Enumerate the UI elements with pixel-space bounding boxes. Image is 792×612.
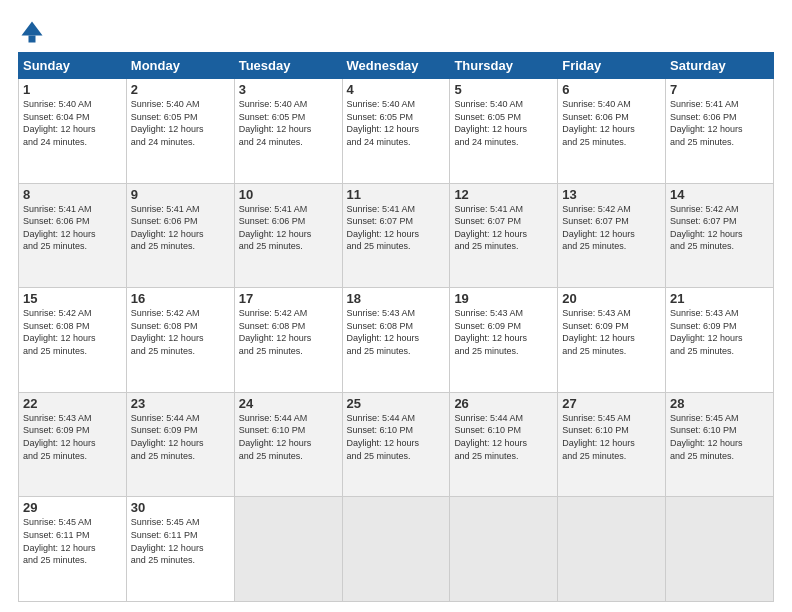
day-info: Sunrise: 5:44 AMSunset: 6:09 PMDaylight:…	[131, 412, 230, 462]
calendar-cell	[666, 497, 774, 602]
day-number: 2	[131, 82, 230, 97]
day-number: 1	[23, 82, 122, 97]
day-number: 22	[23, 396, 122, 411]
calendar-cell: 19Sunrise: 5:43 AMSunset: 6:09 PMDayligh…	[450, 288, 558, 393]
day-number: 13	[562, 187, 661, 202]
day-info: Sunrise: 5:42 AMSunset: 6:08 PMDaylight:…	[239, 307, 338, 357]
day-number: 15	[23, 291, 122, 306]
day-number: 5	[454, 82, 553, 97]
calendar-cell: 11Sunrise: 5:41 AMSunset: 6:07 PMDayligh…	[342, 183, 450, 288]
day-number: 25	[347, 396, 446, 411]
calendar-cell: 12Sunrise: 5:41 AMSunset: 6:07 PMDayligh…	[450, 183, 558, 288]
logo-icon	[18, 18, 46, 46]
calendar-cell: 4Sunrise: 5:40 AMSunset: 6:05 PMDaylight…	[342, 79, 450, 184]
day-of-week-header: Monday	[126, 53, 234, 79]
day-info: Sunrise: 5:45 AMSunset: 6:10 PMDaylight:…	[562, 412, 661, 462]
logo	[18, 18, 50, 46]
calendar-week-row: 8Sunrise: 5:41 AMSunset: 6:06 PMDaylight…	[19, 183, 774, 288]
day-info: Sunrise: 5:40 AMSunset: 6:06 PMDaylight:…	[562, 98, 661, 148]
calendar-cell	[234, 497, 342, 602]
calendar-week-row: 1Sunrise: 5:40 AMSunset: 6:04 PMDaylight…	[19, 79, 774, 184]
day-number: 30	[131, 500, 230, 515]
day-number: 20	[562, 291, 661, 306]
svg-rect-1	[29, 36, 36, 43]
day-info: Sunrise: 5:41 AMSunset: 6:06 PMDaylight:…	[239, 203, 338, 253]
day-number: 18	[347, 291, 446, 306]
calendar-cell: 13Sunrise: 5:42 AMSunset: 6:07 PMDayligh…	[558, 183, 666, 288]
day-number: 8	[23, 187, 122, 202]
calendar-week-row: 15Sunrise: 5:42 AMSunset: 6:08 PMDayligh…	[19, 288, 774, 393]
day-info: Sunrise: 5:41 AMSunset: 6:06 PMDaylight:…	[670, 98, 769, 148]
day-info: Sunrise: 5:41 AMSunset: 6:07 PMDaylight:…	[347, 203, 446, 253]
day-number: 14	[670, 187, 769, 202]
calendar-cell: 18Sunrise: 5:43 AMSunset: 6:08 PMDayligh…	[342, 288, 450, 393]
calendar-cell: 29Sunrise: 5:45 AMSunset: 6:11 PMDayligh…	[19, 497, 127, 602]
calendar-cell: 9Sunrise: 5:41 AMSunset: 6:06 PMDaylight…	[126, 183, 234, 288]
day-info: Sunrise: 5:43 AMSunset: 6:08 PMDaylight:…	[347, 307, 446, 357]
day-number: 19	[454, 291, 553, 306]
day-number: 27	[562, 396, 661, 411]
day-number: 11	[347, 187, 446, 202]
day-of-week-header: Wednesday	[342, 53, 450, 79]
day-info: Sunrise: 5:44 AMSunset: 6:10 PMDaylight:…	[239, 412, 338, 462]
day-info: Sunrise: 5:43 AMSunset: 6:09 PMDaylight:…	[23, 412, 122, 462]
day-number: 17	[239, 291, 338, 306]
day-info: Sunrise: 5:43 AMSunset: 6:09 PMDaylight:…	[454, 307, 553, 357]
day-info: Sunrise: 5:40 AMSunset: 6:05 PMDaylight:…	[239, 98, 338, 148]
calendar: SundayMondayTuesdayWednesdayThursdayFrid…	[18, 52, 774, 602]
calendar-cell: 28Sunrise: 5:45 AMSunset: 6:10 PMDayligh…	[666, 392, 774, 497]
calendar-cell	[558, 497, 666, 602]
day-info: Sunrise: 5:40 AMSunset: 6:05 PMDaylight:…	[131, 98, 230, 148]
svg-marker-0	[22, 22, 43, 36]
day-info: Sunrise: 5:40 AMSunset: 6:05 PMDaylight:…	[347, 98, 446, 148]
calendar-cell: 21Sunrise: 5:43 AMSunset: 6:09 PMDayligh…	[666, 288, 774, 393]
day-info: Sunrise: 5:42 AMSunset: 6:07 PMDaylight:…	[670, 203, 769, 253]
day-number: 9	[131, 187, 230, 202]
day-info: Sunrise: 5:43 AMSunset: 6:09 PMDaylight:…	[670, 307, 769, 357]
day-info: Sunrise: 5:42 AMSunset: 6:08 PMDaylight:…	[23, 307, 122, 357]
calendar-week-row: 29Sunrise: 5:45 AMSunset: 6:11 PMDayligh…	[19, 497, 774, 602]
calendar-cell: 1Sunrise: 5:40 AMSunset: 6:04 PMDaylight…	[19, 79, 127, 184]
day-number: 21	[670, 291, 769, 306]
calendar-cell: 26Sunrise: 5:44 AMSunset: 6:10 PMDayligh…	[450, 392, 558, 497]
day-number: 7	[670, 82, 769, 97]
day-number: 12	[454, 187, 553, 202]
day-info: Sunrise: 5:42 AMSunset: 6:08 PMDaylight:…	[131, 307, 230, 357]
day-number: 29	[23, 500, 122, 515]
day-number: 6	[562, 82, 661, 97]
calendar-cell: 8Sunrise: 5:41 AMSunset: 6:06 PMDaylight…	[19, 183, 127, 288]
calendar-cell: 17Sunrise: 5:42 AMSunset: 6:08 PMDayligh…	[234, 288, 342, 393]
day-info: Sunrise: 5:42 AMSunset: 6:07 PMDaylight:…	[562, 203, 661, 253]
day-of-week-header: Saturday	[666, 53, 774, 79]
calendar-cell: 2Sunrise: 5:40 AMSunset: 6:05 PMDaylight…	[126, 79, 234, 184]
day-info: Sunrise: 5:43 AMSunset: 6:09 PMDaylight:…	[562, 307, 661, 357]
day-number: 3	[239, 82, 338, 97]
calendar-cell: 14Sunrise: 5:42 AMSunset: 6:07 PMDayligh…	[666, 183, 774, 288]
calendar-cell: 3Sunrise: 5:40 AMSunset: 6:05 PMDaylight…	[234, 79, 342, 184]
calendar-cell: 16Sunrise: 5:42 AMSunset: 6:08 PMDayligh…	[126, 288, 234, 393]
calendar-cell: 22Sunrise: 5:43 AMSunset: 6:09 PMDayligh…	[19, 392, 127, 497]
calendar-body: 1Sunrise: 5:40 AMSunset: 6:04 PMDaylight…	[19, 79, 774, 602]
day-info: Sunrise: 5:40 AMSunset: 6:04 PMDaylight:…	[23, 98, 122, 148]
calendar-cell: 23Sunrise: 5:44 AMSunset: 6:09 PMDayligh…	[126, 392, 234, 497]
day-number: 16	[131, 291, 230, 306]
calendar-cell: 24Sunrise: 5:44 AMSunset: 6:10 PMDayligh…	[234, 392, 342, 497]
calendar-header: SundayMondayTuesdayWednesdayThursdayFrid…	[19, 53, 774, 79]
page: SundayMondayTuesdayWednesdayThursdayFrid…	[0, 0, 792, 612]
calendar-cell: 20Sunrise: 5:43 AMSunset: 6:09 PMDayligh…	[558, 288, 666, 393]
calendar-cell: 5Sunrise: 5:40 AMSunset: 6:05 PMDaylight…	[450, 79, 558, 184]
calendar-cell: 30Sunrise: 5:45 AMSunset: 6:11 PMDayligh…	[126, 497, 234, 602]
day-of-week-header: Friday	[558, 53, 666, 79]
day-number: 10	[239, 187, 338, 202]
day-number: 4	[347, 82, 446, 97]
day-info: Sunrise: 5:40 AMSunset: 6:05 PMDaylight:…	[454, 98, 553, 148]
header	[18, 18, 774, 46]
day-info: Sunrise: 5:41 AMSunset: 6:06 PMDaylight:…	[23, 203, 122, 253]
day-info: Sunrise: 5:41 AMSunset: 6:07 PMDaylight:…	[454, 203, 553, 253]
calendar-week-row: 22Sunrise: 5:43 AMSunset: 6:09 PMDayligh…	[19, 392, 774, 497]
calendar-cell: 10Sunrise: 5:41 AMSunset: 6:06 PMDayligh…	[234, 183, 342, 288]
day-info: Sunrise: 5:44 AMSunset: 6:10 PMDaylight:…	[347, 412, 446, 462]
day-number: 26	[454, 396, 553, 411]
day-number: 23	[131, 396, 230, 411]
calendar-cell	[342, 497, 450, 602]
